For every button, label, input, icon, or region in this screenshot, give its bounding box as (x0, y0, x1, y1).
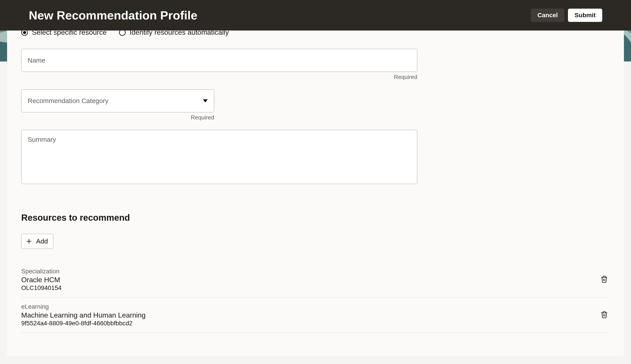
resource-code: 9f5524a4-8809-49e0-8fdf-4660bbfbbcd2 (21, 320, 146, 327)
resource-code: OLC10940154 (21, 284, 62, 292)
category-select[interactable]: Recommendation Category (21, 89, 214, 112)
page-title: New Recommendation Profile (29, 8, 197, 22)
plus-icon (26, 238, 33, 245)
resource-row: Specialization Oracle HCM OLC10940154 (21, 262, 610, 298)
resource-list: Specialization Oracle HCM OLC10940154 eL… (7, 262, 624, 333)
resource-title: Oracle HCM (21, 276, 62, 284)
chevron-down-icon (203, 99, 208, 102)
resources-heading: Resources to recommend (21, 213, 610, 223)
summary-placeholder: Summary (28, 136, 56, 143)
name-field-wrap: Name Required (21, 49, 610, 80)
add-resource-button[interactable]: Add (21, 234, 53, 249)
resource-type: eLearning (21, 303, 146, 310)
name-placeholder: Name (28, 56, 45, 64)
category-required-hint: Required (191, 114, 214, 121)
header-actions: Cancel Submit (531, 8, 602, 22)
page-header: New Recommendation Profile Cancel Submit (0, 0, 631, 30)
resource-title: Machine Learning and Human Learning (21, 311, 146, 319)
trash-icon (600, 311, 608, 318)
name-required-hint: Required (394, 74, 417, 80)
delete-resource-button[interactable] (599, 309, 610, 321)
cancel-button[interactable]: Cancel (531, 8, 564, 22)
name-input[interactable]: Name (21, 49, 417, 72)
category-placeholder: Recommendation Category (28, 97, 108, 104)
summary-textarea[interactable]: Summary (21, 130, 417, 184)
submit-button[interactable]: Submit (568, 8, 602, 22)
delete-resource-button[interactable] (599, 274, 610, 286)
trash-icon (600, 276, 608, 283)
category-field-wrap: Recommendation Category Required (21, 89, 610, 121)
summary-field-wrap: Summary (21, 130, 610, 184)
add-label: Add (36, 238, 48, 245)
form-panel: Select specific resource Identify resour… (7, 10, 624, 356)
resource-row: eLearning Machine Learning and Human Lea… (21, 298, 610, 333)
resource-type: Specialization (21, 268, 62, 275)
